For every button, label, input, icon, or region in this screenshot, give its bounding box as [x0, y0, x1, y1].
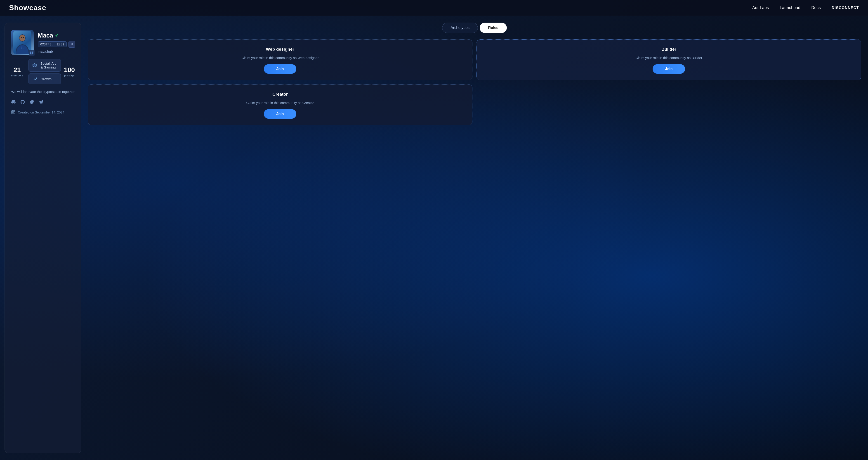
- role-card-creator: Creator Claim your role in this communit…: [88, 84, 472, 125]
- members-count: 21: [13, 66, 21, 74]
- join-button-creator[interactable]: Join: [264, 109, 297, 119]
- role-card-builder: Builder Claim your role in this communit…: [476, 39, 861, 80]
- main-container: Maca ✔ 0X3FF8...E782 ⧉ maca.hub 21 membe…: [0, 16, 868, 460]
- roles-grid: Web designer Claim your role in this com…: [88, 39, 861, 125]
- wallet-address: 0X3FF8...E782: [38, 41, 67, 47]
- svg-point-3: [21, 37, 22, 38]
- svg-rect-8: [32, 53, 33, 54]
- svg-rect-7: [30, 53, 31, 54]
- role-desc-creator: Claim your role in this community as Cre…: [246, 100, 314, 105]
- nav-link-aut-labs[interactable]: Āut Labs: [752, 5, 769, 10]
- tabs-row: Archetypes Roles: [88, 23, 861, 33]
- prestige-count: 100: [64, 66, 75, 74]
- category-label: Social, Art & Gaming: [39, 61, 57, 69]
- svg-rect-16: [13, 112, 13, 113]
- profile-name-row: Maca ✔: [38, 32, 75, 39]
- role-card-web-designer: Web designer Claim your role in this com…: [88, 39, 472, 80]
- members-stat: 21 members: [11, 66, 23, 77]
- nav-link-docs[interactable]: Docs: [811, 5, 821, 10]
- svg-rect-5: [30, 52, 31, 53]
- created-date: Created on September 14, 2024: [18, 111, 64, 114]
- verified-icon: ✔: [55, 33, 59, 38]
- empty-cell: [476, 84, 861, 125]
- profile-info: Maca ✔ 0X3FF8...E782 ⧉ maca.hub: [38, 32, 75, 53]
- tab-roles[interactable]: Roles: [480, 23, 507, 33]
- archetype-label: Growth: [40, 77, 52, 81]
- avatar-wrap: [11, 30, 34, 55]
- hub-name: maca.hub: [38, 50, 75, 53]
- nav-link-launchpad[interactable]: Launchpad: [780, 5, 801, 10]
- github-icon[interactable]: [20, 99, 25, 105]
- right-panel: Archetypes Roles Web designer Claim your…: [88, 23, 861, 453]
- role-title-creator: Creator: [272, 92, 288, 97]
- disconnect-button[interactable]: DISCONNECT: [832, 6, 859, 10]
- profile-panel: Maca ✔ 0X3FF8...E782 ⧉ maca.hub 21 membe…: [4, 23, 81, 453]
- profile-header: Maca ✔ 0X3FF8...E782 ⧉ maca.hub: [11, 30, 75, 55]
- role-desc-builder: Claim your role in this community as Bui…: [636, 55, 702, 61]
- cube-icon: [32, 62, 37, 68]
- stats-row: 21 members Social, Art & Gaming: [11, 59, 75, 84]
- role-title-builder: Builder: [661, 47, 676, 52]
- wallet-row: 0X3FF8...E782 ⧉: [38, 41, 75, 48]
- tab-archetypes[interactable]: Archetypes: [442, 23, 478, 33]
- avatar-decoration: [29, 50, 35, 56]
- telegram-icon[interactable]: [38, 99, 43, 105]
- svg-rect-6: [32, 52, 33, 53]
- social-row: [11, 99, 75, 105]
- discord-icon[interactable]: [11, 99, 16, 105]
- growth-arrow-icon: [32, 76, 38, 82]
- archetype-badge-button[interactable]: Growth: [29, 73, 61, 84]
- svg-rect-15: [12, 112, 13, 113]
- calendar-icon: [11, 110, 16, 115]
- members-label: members: [11, 74, 23, 77]
- profile-name: Maca: [38, 32, 53, 39]
- role-desc-web-designer: Claim your role in this community as Web…: [241, 55, 319, 61]
- decoration-icon: [30, 51, 33, 55]
- nav-links: Āut Labs Launchpad Docs DISCONNECT: [752, 5, 859, 10]
- copy-icon: ⧉: [71, 42, 73, 46]
- created-row: Created on September 14, 2024: [11, 110, 75, 115]
- prestige-stat: 100 prestige: [64, 66, 75, 77]
- prestige-label: prestige: [64, 74, 74, 77]
- category-badge-button[interactable]: Social, Art & Gaming: [29, 59, 61, 72]
- join-button-builder[interactable]: Join: [653, 64, 685, 74]
- role-title-web-designer: Web designer: [266, 47, 294, 52]
- community-description: We will innovate the cryptospace togethe…: [11, 88, 75, 95]
- twitter-icon[interactable]: [29, 99, 34, 105]
- site-logo: Showcase: [9, 4, 46, 12]
- join-button-web-designer[interactable]: Join: [264, 64, 297, 74]
- svg-point-2: [20, 35, 25, 41]
- navbar: Showcase Āut Labs Launchpad Docs DISCONN…: [0, 0, 868, 16]
- copy-wallet-button[interactable]: ⧉: [68, 41, 75, 48]
- svg-rect-17: [12, 113, 13, 113]
- svg-point-4: [23, 37, 24, 38]
